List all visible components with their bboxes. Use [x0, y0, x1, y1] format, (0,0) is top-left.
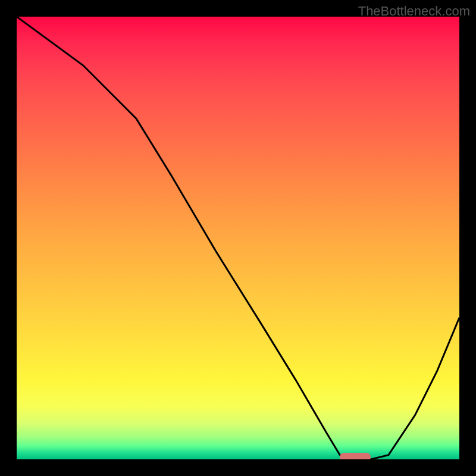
watermark-text: TheBottleneck.com: [358, 4, 470, 19]
bottleneck-curve: [17, 17, 459, 459]
plot-area: [17, 17, 459, 459]
plot-frame: [17, 17, 459, 459]
optimal-range-marker: [340, 453, 371, 459]
